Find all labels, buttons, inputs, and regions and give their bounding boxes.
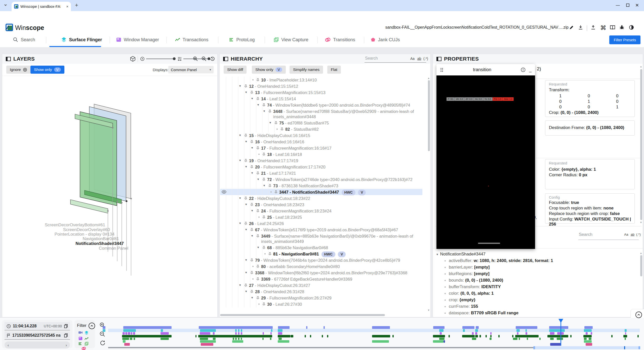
expand-arrow-icon[interactable]: ▾ — [245, 228, 247, 231]
tab-surface-flinger[interactable]: Surface Flinger — [53, 32, 111, 47]
layer-label[interactable]: NavigationBar0#81 — [18, 236, 119, 241]
info-icon[interactable] — [521, 67, 526, 72]
timeline-zoom-out-icon[interactable] — [99, 331, 105, 337]
expand-arrow-icon[interactable]: ▾ — [239, 84, 241, 88]
overview-handle-left[interactable] — [533, 346, 535, 349]
3d-view-icon[interactable] — [130, 56, 136, 62]
expand-arrow-icon[interactable]: ▾ — [251, 234, 253, 238]
transitions-event[interactable] — [124, 343, 130, 346]
hierarchy-row-15[interactable]: ▾15 - HideDisplayCutout:16:16#15 — [220, 132, 422, 139]
browser-tab[interactable]: Winscope | sandbox-FAIL × — [12, 2, 71, 11]
overview-track[interactable] — [108, 347, 533, 348]
window-manager-event[interactable] — [263, 332, 264, 335]
transactions-event[interactable] — [611, 335, 613, 337]
property-crop[interactable]: crop: {empty} — [445, 297, 475, 302]
window-manager-event[interactable] — [160, 332, 169, 335]
protolog-event[interactable] — [519, 338, 520, 340]
hierarchy-row-28[interactable]: ▾28 - OneHanded:26:31#28 — [220, 288, 422, 295]
expand-arrow-icon[interactable]: ▾ — [263, 184, 265, 187]
surface-flinger-event[interactable] — [278, 329, 283, 332]
surface-flinger-event[interactable] — [463, 329, 465, 332]
window-manager-event[interactable] — [235, 332, 237, 335]
expand-arrow-icon[interactable]: ▾ — [245, 289, 247, 293]
human-time-field[interactable]: 11:04:14.228 UTC+00:00 — [5, 322, 70, 330]
window-manager-event[interactable] — [131, 332, 132, 335]
window-manager-event[interactable] — [475, 332, 477, 335]
whole-word-icon[interactable]: ab — [631, 233, 634, 236]
view-capture-event[interactable] — [584, 340, 592, 343]
window-manager-event[interactable] — [200, 332, 210, 335]
hierarchy-row-3447[interactable]: 3447 - NotificationShade#3447HWCV — [220, 189, 422, 195]
scroll-down-icon[interactable]: ▼ — [427, 309, 430, 312]
property-bufferTransform[interactable]: bufferTransform: IDENTITY — [445, 284, 501, 289]
transactions-event[interactable] — [462, 335, 475, 337]
tab-search-chevron-icon[interactable] — [4, 3, 8, 7]
screen-recording-event[interactable] — [433, 326, 445, 329]
surface-flinger-event[interactable] — [271, 329, 272, 332]
show-diff-button[interactable]: Show diff — [224, 66, 247, 74]
tx-filter-icon[interactable] — [85, 337, 89, 340]
hierarchy-row-27[interactable]: ▾27 - HideDisplayCutout:26:31#27 — [220, 282, 422, 288]
pin-icon[interactable] — [256, 234, 259, 238]
screen-recording-event[interactable] — [123, 326, 172, 329]
pin-icon[interactable] — [250, 91, 253, 94]
hierarchy-row-82[interactable]: 82 - StatusBar#82 — [220, 126, 422, 132]
expand-arrow-icon[interactable]: ▾ — [257, 245, 259, 249]
drag-handle-icon[interactable] — [440, 67, 444, 72]
scroll-up-icon[interactable]: ▲ — [640, 65, 642, 68]
expand-arrow-icon[interactable]: ▾ — [269, 121, 271, 124]
overview-handle-right[interactable] — [638, 346, 640, 349]
expand-arrow-icon[interactable]: ▾ — [245, 271, 247, 274]
tr-filter-icon[interactable] — [82, 347, 86, 350]
expand-arrow-icon[interactable]: ▾ — [239, 283, 241, 287]
simplify-names-button[interactable]: Simplify names — [290, 66, 323, 74]
pin-icon[interactable] — [244, 284, 247, 287]
surface-flinger-event[interactable] — [161, 329, 163, 332]
transactions-event[interactable] — [372, 335, 390, 337]
window-manager-event[interactable] — [238, 332, 239, 335]
window-manager-event[interactable] — [125, 332, 127, 335]
flat-button[interactable]: Flat — [327, 66, 341, 74]
screen-recording-event[interactable] — [278, 326, 290, 329]
upload-icon[interactable] — [591, 25, 596, 30]
protolog-event[interactable] — [134, 338, 135, 340]
transitions-event[interactable] — [550, 343, 561, 346]
pin-icon[interactable] — [256, 296, 259, 300]
pin-icon[interactable] — [274, 190, 277, 194]
copy-icon[interactable] — [64, 333, 68, 337]
protolog-event[interactable] — [160, 338, 169, 340]
protolog-event[interactable] — [490, 338, 492, 340]
hierarchy-row-14[interactable]: ▾14 - Leaf:15:15#14 — [220, 96, 422, 102]
cam-filter-icon[interactable] — [78, 331, 83, 334]
protolog-event[interactable] — [270, 338, 271, 340]
expand-arrow-icon[interactable]: ▾ — [263, 109, 265, 113]
hierarchy-hscrollbar[interactable] — [220, 314, 385, 316]
expand-arrow-icon[interactable]: ▾ — [245, 202, 247, 206]
collapse-panel-icon[interactable] — [436, 57, 441, 61]
transactions-event[interactable] — [433, 335, 445, 337]
protolog-event[interactable] — [589, 338, 591, 340]
screen-recording-event[interactable] — [549, 326, 568, 329]
transactions-event[interactable] — [291, 335, 293, 337]
hierarchy-row-30[interactable]: 30 - Leaf:26:27#30 — [220, 301, 422, 307]
surface-flinger-event[interactable] — [241, 329, 242, 332]
hierarchy-row-3449[interactable]: ▾3449 - Surface(name=885b63e NavigationB… — [220, 233, 422, 244]
hierarchy-row-20[interactable]: ▾20 - FullscreenMagnification:17:17#20 — [220, 164, 422, 170]
next-frame-button[interactable]: › — [66, 343, 67, 347]
pin-icon[interactable] — [250, 271, 253, 275]
transactions-event[interactable] — [310, 335, 311, 337]
scroll-up-icon[interactable]: ▲ — [640, 252, 642, 254]
zoom-in-icon[interactable] — [193, 56, 198, 61]
collapse-filter-icon[interactable] — [89, 323, 95, 329]
pin-icon[interactable] — [256, 277, 259, 281]
hierarchy-row-26[interactable]: ▾26 - Leaf:24:25#26 — [220, 220, 422, 227]
layer-label[interactable]: ScreenDecorOverlay#60 — [9, 227, 110, 232]
hierarchy-row-12[interactable]: ▾12 - OneHanded:15:15#12 — [220, 83, 422, 89]
window-manager-event[interactable] — [517, 332, 518, 335]
screen-recording-event[interactable] — [462, 326, 474, 329]
window-manager-event[interactable] — [625, 332, 626, 335]
transactions-event[interactable] — [392, 335, 394, 337]
window-close-button[interactable]: ✕ — [635, 3, 639, 8]
tab-protolog[interactable]: ProtoLog — [219, 32, 265, 47]
transition-viewer-window[interactable]: transition _ P: 0/1dX: 0.0dY: 0.0Xv: 0.0… — [436, 64, 535, 249]
